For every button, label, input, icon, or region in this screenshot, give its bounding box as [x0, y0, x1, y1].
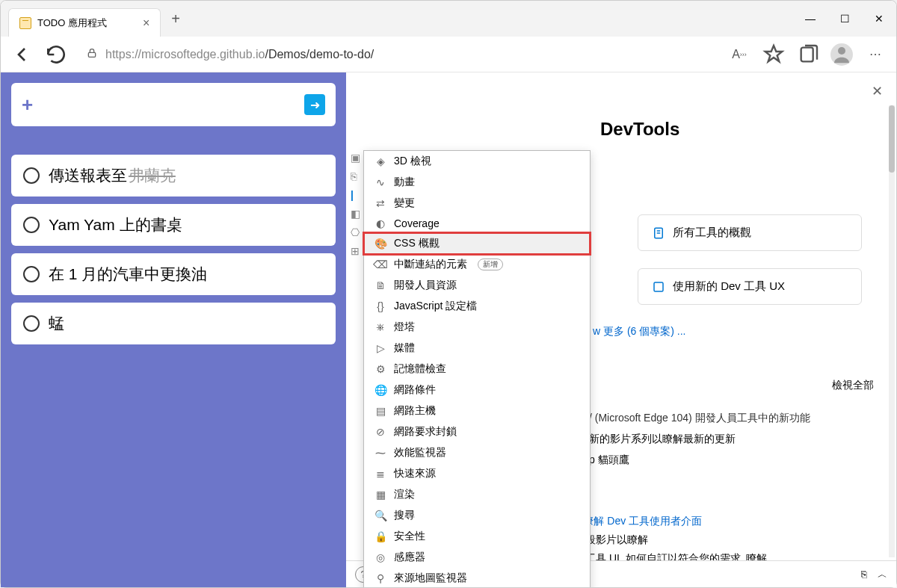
view-all-link[interactable]: 檢視全部	[832, 379, 874, 392]
menu-item-label: 感應器	[394, 551, 425, 564]
menu-item-動畫[interactable]: ∿動畫	[364, 172, 590, 193]
menu-item-變更[interactable]: ⇄變更	[364, 193, 590, 214]
url-box[interactable]: https://microsoftedge.github.io/Demos/de…	[78, 43, 717, 66]
news-item[interactable]: / (Microsoft Edge 104) 開發人員工具中的新功能	[589, 407, 810, 428]
todo-item[interactable]: 蜢	[11, 303, 336, 344]
menu-item-燈塔[interactable]: ⛯燈塔	[364, 317, 590, 338]
menu-item-label: 來源地圖監視器	[394, 572, 467, 585]
menu-item-3d-檢視[interactable]: ◈3D 檢視	[364, 151, 590, 172]
news-item[interactable]: 新的影片系列以瞭解最新的更新	[589, 428, 810, 449]
block-icon: ⊘	[374, 426, 386, 438]
diff-icon: ⇄	[374, 197, 386, 209]
menu-item-開發人員資源[interactable]: 🗎開發人員資源	[364, 275, 590, 296]
menu-item-網路主機[interactable]: ▤網路主機	[364, 400, 590, 421]
menu-item-渲染[interactable]: ▦渲染	[364, 484, 590, 505]
todo-checkbox-icon[interactable]	[23, 266, 40, 282]
chevron-up-icon[interactable]: ︿	[878, 568, 887, 581]
menu-item-label: 媒體	[394, 341, 415, 355]
browser-tab[interactable]: TODO 應用程式 ×	[8, 8, 161, 37]
minimize-button[interactable]: —	[793, 1, 827, 37]
menu-item-label: Coverage	[394, 217, 440, 229]
menu-item-label: 快速來源	[394, 467, 436, 480]
scrollbar-thumb[interactable]	[889, 105, 895, 173]
todo-item[interactable]: Yam Yam 上的書桌	[11, 204, 336, 246]
favorite-button[interactable]	[762, 43, 786, 66]
news-item[interactable]: p 貓頭鷹	[589, 449, 810, 470]
todo-app: + ➜ 傳送報表至 弗蘭克 Yam Yam 上的書桌 在 1 月的汽車中更換油 …	[1, 72, 346, 587]
console-icon: ▤	[374, 405, 386, 417]
menu-item-css-概觀[interactable]: 🎨CSS 概觀	[364, 233, 590, 254]
menu-item-搜尋[interactable]: 🔍搜尋	[364, 505, 590, 526]
menu-item-label: 動畫	[394, 176, 415, 189]
network-icon: 🌐	[374, 384, 386, 396]
todo-checkbox-icon[interactable]	[23, 167, 40, 184]
devtools-card-overview[interactable]: 所有工具的概觀	[638, 214, 862, 251]
menu-item-感應器[interactable]: ◎感應器	[364, 547, 590, 568]
back-button[interactable]	[10, 43, 34, 66]
document-icon	[652, 226, 665, 240]
plus-icon: +	[22, 93, 33, 117]
menu-item-效能監視器[interactable]: ⁓效能監視器	[364, 442, 590, 463]
menu-item-媒體[interactable]: ▷媒體	[364, 338, 590, 359]
browser-window: TODO 應用程式 × + — ☐ ✕ https://microsoftedg…	[0, 0, 897, 588]
collections-button[interactable]	[796, 43, 820, 66]
devtools-card-newux[interactable]: 使用新的 Dev 工具 UX	[638, 268, 862, 305]
todo-text: 蜢	[49, 313, 64, 334]
scrollbar[interactable]	[889, 105, 895, 557]
more-menu-button[interactable]: ⋯	[863, 43, 887, 66]
toolbar-icon[interactable]: ⎔	[351, 226, 363, 238]
svg-rect-6	[654, 282, 663, 291]
menu-item-記憶體檢查[interactable]: ⚙記憶體檢查	[364, 359, 590, 380]
play-icon: ▷	[374, 342, 386, 354]
sparkle-icon: ∿	[374, 176, 386, 188]
add-task-row[interactable]: + ➜	[11, 83, 336, 126]
lighthouse-icon: ⛯	[374, 321, 386, 333]
titlebar: TODO 應用程式 × + — ☐ ✕	[1, 1, 896, 37]
menu-item-安全性[interactable]: 🔒安全性	[364, 526, 590, 547]
menu-item-coverage[interactable]: ◐Coverage	[364, 214, 590, 233]
menu-item-label: 渲染	[394, 488, 415, 501]
tab-close-button[interactable]: ×	[143, 16, 150, 30]
menu-item-label: 開發人員資源	[394, 279, 457, 292]
toolbar-icon[interactable]: ⊞	[351, 245, 363, 257]
devtools-close-button[interactable]: ✕	[872, 83, 883, 99]
toolbar-icon[interactable]: |	[351, 189, 363, 201]
devtools-title: DevTools	[600, 119, 679, 140]
submit-task-button[interactable]: ➜	[304, 94, 325, 115]
svg-point-2	[838, 47, 845, 55]
todo-checkbox-icon[interactable]	[23, 217, 40, 233]
menu-item-label: 搜尋	[394, 509, 415, 522]
todo-checkbox-icon[interactable]	[23, 315, 40, 332]
show-more-link[interactable]: w 更多 (6 個專案) ...	[593, 325, 685, 338]
toolbar-icon[interactable]: ⎘	[351, 170, 363, 182]
menu-item-來源地圖監視器[interactable]: ⚲來源地圖監視器	[364, 568, 590, 587]
doc-icon: 🗎	[374, 279, 386, 291]
maximize-button[interactable]: ☐	[827, 1, 862, 37]
menu-item-label: 網路條件	[394, 383, 436, 397]
todo-item[interactable]: 傳送報表至 弗蘭克	[11, 155, 336, 196]
todo-item[interactable]: 在 1 月的汽車中更換油	[11, 253, 336, 295]
js-icon: {}	[374, 300, 386, 312]
close-window-button[interactable]: ✕	[862, 1, 896, 37]
more-tools-menu: ◈3D 檢視∿動畫⇄變更◐Coverage🎨CSS 概觀⌫中斷連結的元素新增🗎開…	[363, 150, 591, 587]
menu-item-快速來源[interactable]: ≣快速來源	[364, 463, 590, 484]
search-icon: 🔍	[374, 510, 386, 522]
toolbar-icon[interactable]: ◧	[351, 208, 363, 220]
menu-item-網路條件[interactable]: 🌐網路條件	[364, 380, 590, 400]
card-label: 所有工具的概觀	[673, 226, 751, 240]
refresh-button[interactable]	[44, 43, 68, 66]
dock-icon[interactable]: ⎘	[861, 569, 867, 580]
menu-item-label: 3D 檢視	[394, 155, 431, 168]
toolbar-icon[interactable]: ▣	[351, 152, 363, 164]
read-aloud-icon[interactable]: A›››	[727, 43, 751, 66]
url-text: https://microsoftedge.github.io/Demos/de…	[105, 48, 374, 61]
menu-item-javascript-設定檔[interactable]: {}JavaScript 設定檔	[364, 296, 590, 317]
svg-rect-0	[88, 52, 95, 57]
menu-item-網路要求封鎖[interactable]: ⊘網路要求封鎖	[364, 421, 590, 442]
menu-item-label: CSS 概觀	[394, 237, 440, 250]
profile-button[interactable]	[830, 43, 853, 66]
address-bar: https://microsoftedge.github.io/Demos/de…	[1, 37, 896, 72]
new-tab-button[interactable]: +	[171, 10, 180, 28]
devtools-news: / (Microsoft Edge 104) 開發人員工具中的新功能 新的影片系…	[589, 407, 810, 470]
menu-item-中斷連結的元素[interactable]: ⌫中斷連結的元素新增	[364, 254, 590, 275]
